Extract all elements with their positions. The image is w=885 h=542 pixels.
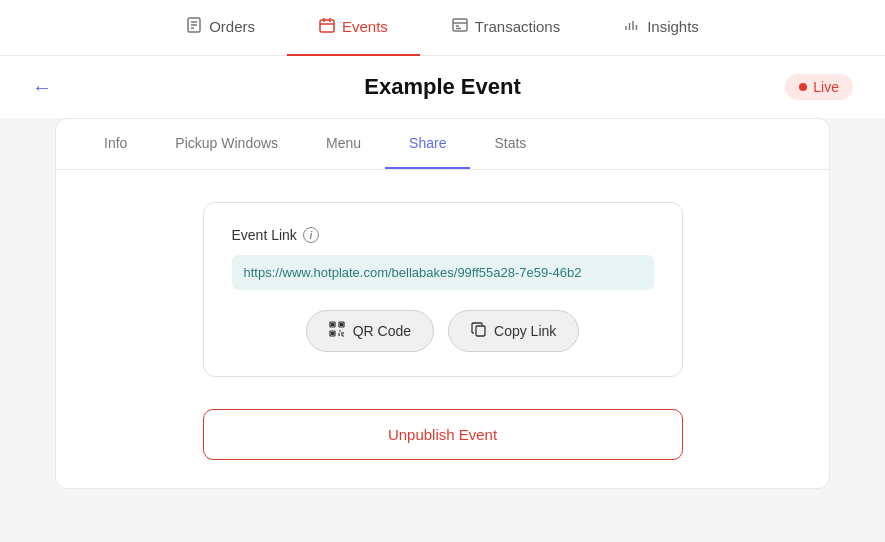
events-icon bbox=[319, 17, 335, 37]
unpublish-section: Unpublish Event bbox=[56, 409, 829, 488]
svg-rect-4 bbox=[320, 20, 334, 32]
qr-code-label: QR Code bbox=[353, 323, 411, 339]
event-link-label-row: Event Link i bbox=[232, 227, 654, 243]
svg-rect-27 bbox=[476, 326, 485, 336]
tab-info[interactable]: Info bbox=[80, 119, 151, 169]
copy-link-label: Copy Link bbox=[494, 323, 556, 339]
qr-code-icon bbox=[329, 321, 345, 341]
copy-icon bbox=[471, 322, 486, 340]
insights-icon bbox=[624, 17, 640, 37]
nav-item-insights[interactable]: Insights bbox=[592, 0, 731, 56]
nav-label-orders: Orders bbox=[209, 18, 255, 35]
sub-nav: Info Pickup Windows Menu Share Stats bbox=[56, 119, 829, 170]
event-link-card: Event Link i bbox=[203, 202, 683, 377]
link-buttons-row: QR Code Copy Link bbox=[232, 310, 654, 352]
back-button[interactable]: ← bbox=[32, 76, 52, 99]
top-nav: Orders Events Transactions bbox=[0, 0, 885, 56]
info-icon[interactable]: i bbox=[303, 227, 319, 243]
live-badge: Live bbox=[785, 74, 853, 100]
nav-item-events[interactable]: Events bbox=[287, 0, 420, 56]
tab-pickup-windows[interactable]: Pickup Windows bbox=[151, 119, 302, 169]
live-dot-icon bbox=[799, 83, 807, 91]
nav-label-transactions: Transactions bbox=[475, 18, 560, 35]
svg-rect-17 bbox=[331, 324, 333, 326]
svg-rect-21 bbox=[331, 333, 333, 335]
svg-rect-19 bbox=[340, 324, 342, 326]
nav-item-orders[interactable]: Orders bbox=[154, 0, 287, 56]
nav-label-events: Events bbox=[342, 18, 388, 35]
page-title: Example Event bbox=[364, 74, 521, 100]
unpublish-button[interactable]: Unpublish Event bbox=[203, 409, 683, 460]
share-section: Event Link i bbox=[56, 170, 829, 409]
tab-share[interactable]: Share bbox=[385, 119, 470, 169]
content-card: Info Pickup Windows Menu Share Stats Eve… bbox=[55, 118, 830, 489]
tab-menu[interactable]: Menu bbox=[302, 119, 385, 169]
copy-link-button[interactable]: Copy Link bbox=[448, 310, 579, 352]
qr-code-button[interactable]: QR Code bbox=[306, 310, 434, 352]
nav-item-transactions[interactable]: Transactions bbox=[420, 0, 592, 56]
transactions-icon bbox=[452, 17, 468, 37]
event-link-text: Event Link bbox=[232, 227, 297, 243]
page-header: ← Example Event Live bbox=[0, 56, 885, 118]
live-label: Live bbox=[813, 79, 839, 95]
nav-label-insights: Insights bbox=[647, 18, 699, 35]
tab-stats[interactable]: Stats bbox=[470, 119, 550, 169]
orders-icon bbox=[186, 17, 202, 37]
event-link-input[interactable] bbox=[232, 255, 654, 290]
